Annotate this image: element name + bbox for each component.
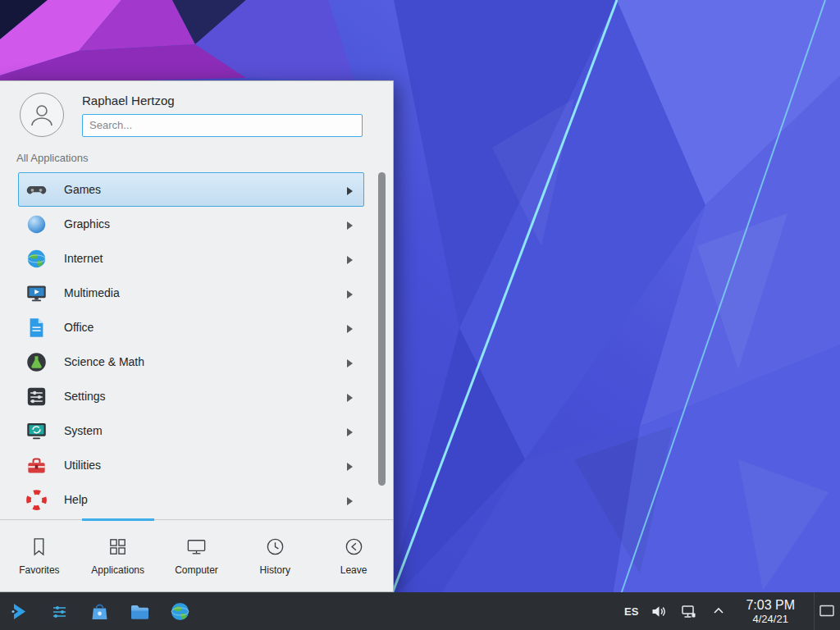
volume-icon [651, 603, 668, 620]
user-avatar[interactable] [20, 93, 64, 137]
category-row-help[interactable]: Help [18, 482, 364, 517]
category-label: System [64, 424, 103, 437]
digital-clock[interactable]: 7:03 PM 4/24/21 [746, 597, 795, 626]
user-name: Raphael Hertzog [82, 94, 378, 107]
chevron-right-icon [345, 357, 354, 367]
chevron-right-icon [345, 185, 354, 194]
app-launcher-icon [8, 600, 30, 623]
help-icon [25, 489, 48, 511]
show-desktop-button[interactable] [814, 592, 838, 630]
tab-computer[interactable]: Computer [158, 520, 236, 591]
expand-tray-button[interactable] [710, 603, 727, 620]
category-row-settings[interactable]: Settings [18, 379, 364, 413]
discover-icon [89, 600, 111, 623]
section-label: All Applications [0, 144, 393, 166]
graphics-icon [25, 213, 48, 235]
category-list: Games Graphics Internet Multimedia [0, 166, 393, 519]
web-browser-icon [169, 600, 191, 623]
show-desktop-icon [818, 602, 836, 620]
system-icon [25, 420, 48, 442]
system-tray: ES 7:03 PM 4/24/21 [624, 592, 838, 630]
file-manager-button[interactable] [127, 599, 152, 623]
category-row-system[interactable]: System [18, 413, 364, 448]
chevron-right-icon [345, 495, 354, 504]
network-icon [680, 603, 697, 620]
launcher-tab-bar: Favorites Applications Computer History [0, 519, 393, 591]
history-icon [264, 536, 286, 558]
category-row-science[interactable]: Science & Math [18, 345, 364, 379]
clock-date: 4/24/21 [746, 613, 795, 626]
discover-button[interactable] [87, 599, 112, 623]
chevron-right-icon [345, 253, 354, 263]
category-label: Help [64, 493, 88, 506]
games-icon [25, 179, 48, 201]
tab-history[interactable]: History [235, 520, 314, 591]
system-settings-icon [48, 600, 71, 623]
category-label: Internet [64, 252, 103, 265]
leave-icon [343, 536, 365, 558]
search-input[interactable] [82, 114, 363, 137]
multimedia-icon [25, 282, 48, 304]
app-launcher-button[interactable] [7, 599, 31, 623]
keyboard-layout-indicator[interactable]: ES [624, 605, 638, 618]
launcher-header: Raphael Hertzog [0, 81, 393, 144]
chevron-right-icon [345, 391, 354, 401]
chevron-right-icon [345, 460, 354, 470]
science-icon [25, 351, 48, 373]
user-icon [28, 101, 56, 129]
category-row-games[interactable]: Games [18, 172, 364, 207]
category-label: Office [64, 321, 94, 334]
application-launcher-menu: Raphael Hertzog All Applications Games G… [0, 80, 394, 592]
category-label: Utilities [64, 459, 101, 472]
tab-favorites[interactable]: Favorites [0, 520, 79, 591]
network-button[interactable] [680, 603, 697, 620]
expand-tray-icon [712, 605, 725, 618]
computer-icon [185, 536, 208, 558]
category-label: Settings [64, 390, 106, 403]
category-label: Science & Math [64, 355, 144, 368]
category-row-multimedia[interactable]: Multimedia [18, 276, 364, 310]
chevron-right-icon [345, 288, 354, 298]
tab-leave[interactable]: Leave [314, 520, 393, 591]
chevron-right-icon [345, 426, 354, 436]
category-row-graphics[interactable]: Graphics [18, 207, 364, 241]
office-icon [25, 317, 48, 339]
system-settings-button[interactable] [47, 599, 71, 623]
chevron-right-icon [345, 322, 354, 332]
category-row-utilities[interactable]: Utilities [18, 448, 364, 482]
settings-icon [25, 386, 48, 408]
file-manager-icon [129, 600, 151, 623]
favorites-icon [28, 536, 50, 558]
category-row-office[interactable]: Office [18, 310, 364, 345]
category-row-internet[interactable]: Internet [18, 241, 364, 276]
volume-button[interactable] [651, 603, 668, 620]
active-tab-indicator [82, 518, 154, 521]
category-label: Graphics [64, 217, 110, 231]
category-label: Multimedia [64, 286, 120, 299]
taskbar: ES 7:03 PM 4/24/21 [0, 592, 840, 630]
clock-time: 7:03 PM [746, 597, 795, 613]
internet-icon [25, 248, 48, 270]
scrollbar[interactable] [378, 172, 386, 486]
tab-applications[interactable]: Applications [79, 520, 158, 591]
taskbar-apps [7, 599, 192, 623]
chevron-right-icon [345, 219, 354, 229]
category-label: Games [64, 183, 101, 196]
applications-icon [107, 536, 129, 558]
web-browser-button[interactable] [167, 599, 192, 623]
utilities-icon [25, 454, 48, 477]
